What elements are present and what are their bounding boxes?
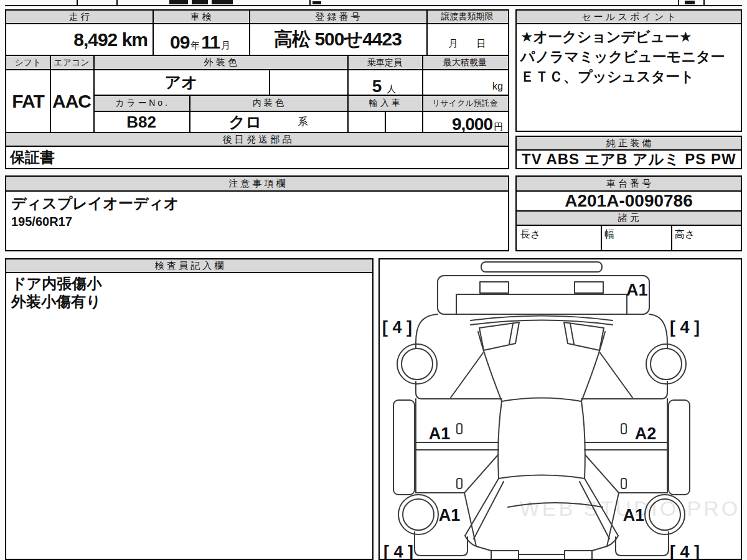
aircon-header: エアコン: [50, 56, 93, 69]
mark-tire-front-left: [ 4 ]: [383, 543, 413, 559]
interior-color-cell: クロ 系: [189, 112, 347, 132]
notes-line: ディスプレイオーディオ: [11, 194, 179, 213]
capacity-value: 5: [372, 77, 382, 96]
top-cutoff-text-fragment: [312, 1, 321, 4]
side-sill-left: [393, 400, 415, 495]
sales-points-header: セ ー ル ス ポ イ ン ト: [517, 11, 741, 23]
mark-door-left: A1: [429, 424, 451, 443]
damage-diagram-box: WEB STUDIO PRO: [378, 258, 742, 560]
grid-line: [6, 272, 372, 273]
mark-quarter-right: A1: [623, 506, 645, 525]
door-handle-right-lower: [621, 478, 626, 488]
cabin-edge-left: [498, 401, 502, 478]
max-load-unit: kg: [422, 70, 508, 95]
color-no-header: カ ラ ー N o .: [93, 96, 189, 111]
grid-line: [347, 56, 349, 132]
grid-line: [6, 190, 508, 192]
tail-light-left: [480, 282, 509, 293]
notes-content: ディスプレイオーディオ 195/60R17: [11, 194, 179, 230]
rear-glass-curve: [471, 320, 613, 325]
genuine-equipment-header: 純 正 装 備: [517, 137, 741, 149]
top-cutoff-line: [5, 5, 742, 6]
grid-line: [517, 23, 741, 24]
bumper-corner-left: [465, 536, 491, 551]
grid-line: [153, 11, 154, 55]
recycle-header: リサイクル預託金: [422, 96, 508, 111]
transfer-doc-value: 月 日: [426, 24, 508, 55]
rear-window-frame: [456, 294, 627, 314]
shaken-month-unit: 月: [221, 40, 230, 52]
interior-color-header: 内 装 色: [189, 96, 347, 111]
grid-line: [385, 112, 386, 132]
capacity-value-cell: 5 人: [347, 70, 422, 95]
recycle-cell: 9,000 円: [422, 112, 508, 132]
grid-line: [422, 56, 423, 132]
top-cutoff-tick: [77, 0, 78, 5]
roof-front-curve: [502, 398, 581, 402]
rear-spoiler: [481, 262, 602, 272]
registration-value: 高松 500せ4423: [249, 24, 426, 55]
inspector-header: 検 査 員 記 入 欄: [6, 259, 372, 272]
grid-line: [269, 70, 270, 95]
top-cutoff-text-fragment: [212, 0, 233, 4]
max-load-header: 最大積載量: [422, 56, 508, 69]
rear-glass-right: [564, 322, 604, 350]
mark-door-right: A2: [635, 424, 657, 443]
bumper-block-right: [565, 551, 592, 559]
mark-tire-front-right: [ 4 ]: [670, 543, 700, 559]
capacity-header: 乗車定員: [347, 56, 422, 69]
shift-header: シフト: [6, 56, 50, 69]
mileage-header: 走 行: [6, 11, 153, 23]
grid-line: [601, 226, 602, 250]
inspector-box: 検 査 員 記 入 欄 ドア内張傷小 外装小傷有り: [5, 258, 374, 560]
rear-fender-left: [416, 314, 438, 348]
grid-line: [249, 11, 250, 55]
registration-header: 登 録 番 号: [249, 11, 426, 23]
exterior-color-value: アオ: [93, 70, 269, 95]
import-header: 輸 入 車: [347, 96, 422, 111]
tail-light-right: [575, 282, 603, 293]
door-handle-left-upper: [457, 424, 462, 434]
specs-header: 諸 元: [517, 212, 741, 225]
mark-tire-rear-right: [ 4 ]: [670, 318, 700, 337]
roof-edge-left: [478, 332, 502, 401]
top-cutoff-tick: [116, 0, 118, 5]
color-no-value: B82: [93, 112, 189, 132]
top-cutoff-tick: [678, 0, 679, 5]
top-cutoff-text-fragment: [192, 0, 208, 4]
transfer-doc-header: 譲渡書類期限: [426, 11, 508, 23]
side-sill-right: [669, 400, 690, 495]
wheel-front-left: [398, 495, 438, 534]
mark-rear-panel: A1: [626, 281, 648, 299]
later-parts-value: 保証書: [6, 147, 508, 168]
door-handle-right-upper: [621, 424, 626, 434]
notes-box: 注 意 事 項 欄 ディスプレイオーディオ 195/60R17: [5, 175, 509, 251]
cabin-edge-right: [581, 401, 585, 478]
wheel-rear-left: [397, 344, 437, 384]
shaken-header: 車 検: [153, 11, 249, 23]
grid-line: [426, 11, 428, 55]
front-fender-right: [616, 532, 669, 556]
bumper-block-left: [491, 551, 519, 559]
pillar-left: [451, 353, 483, 398]
top-cutoff-tick: [703, 0, 705, 5]
bumper-corner-right: [592, 536, 618, 551]
door-handle-left-lower: [457, 478, 462, 488]
vehicle-info-table: 走 行 車 検 登 録 番 号 譲渡書類期限 8,492 km 09 年 11 …: [5, 9, 509, 169]
capacity-unit: 人: [387, 83, 396, 95]
mark-tire-rear-left: [ 4 ]: [382, 318, 412, 337]
interior-color-value: クロ: [228, 111, 261, 133]
notes-header: 注 意 事 項 欄: [6, 177, 508, 190]
rear-fender-right: [649, 314, 667, 348]
mileage-value: 8,492 km: [6, 24, 153, 55]
aircon-value: AAC: [50, 70, 93, 132]
genuine-equipment-value: TV ABS エアB アルミ PS PW: [517, 151, 741, 168]
shift-value: FAT: [6, 70, 50, 132]
spec-width-label: 幅: [601, 226, 671, 250]
top-cutoff-text-fragment: [685, 1, 695, 4]
genuine-equipment-box: 純 正 装 備 TV ABS エアB アルミ PS PW: [515, 136, 742, 169]
grid-line: [50, 56, 51, 132]
grid-line: [93, 56, 95, 132]
inspector-line: 外装小傷有り: [11, 292, 101, 310]
windshield-top-curve: [499, 475, 585, 479]
